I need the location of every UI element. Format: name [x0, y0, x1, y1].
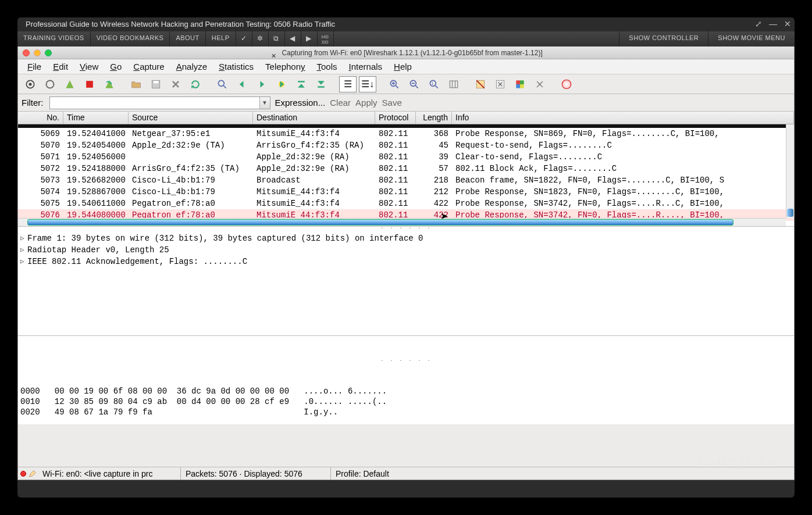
table-row[interactable]: 507419.528867000Cisco-Li_4b:b1:79Mitsumi… [18, 186, 794, 198]
restart-capture-icon[interactable] [101, 76, 118, 92]
apply-button[interactable]: Apply [355, 98, 377, 108]
go-back-icon[interactable] [233, 76, 251, 92]
go-to-packet-icon[interactable] [273, 76, 290, 92]
video-window-title: Professional Guide to Wireless Network H… [17, 17, 795, 31]
menu-statistics[interactable]: Statistics [213, 62, 259, 71]
col-time[interactable]: Time [63, 112, 129, 124]
video-close-icon[interactable]: ✕ [784, 19, 791, 28]
table-row[interactable]: 506919.524041000Netgear_37:95:e1MitsumiE… [18, 128, 794, 140]
menu-tools[interactable]: Tools [311, 62, 343, 71]
status-profile[interactable]: Profile: Default [331, 467, 394, 480]
tab-help[interactable]: HELP [206, 31, 236, 47]
check-icon[interactable]: ✓ [236, 31, 252, 47]
show-movie-menu-button[interactable]: SHOW MOVIE MENU [708, 31, 795, 47]
options-icon[interactable] [41, 76, 59, 92]
hex-row[interactable]: 0020 49 08 67 1a 79 f9 fa I.g.y.. [20, 407, 792, 417]
status-packets: Packets: 5076 · Displayed: 5076 [181, 467, 331, 480]
table-row[interactable]: 507319.526682000Cisco-Li_4b:b1:79Broadca… [18, 174, 794, 186]
find-packet-icon[interactable] [213, 76, 231, 92]
start-capture-icon[interactable] [61, 76, 79, 92]
zoom-reset-icon[interactable]: 1 [425, 76, 443, 92]
go-last-icon[interactable] [312, 76, 330, 92]
detail-radiotap[interactable]: ▷Radiotap Header v0, Length 25 [20, 244, 792, 256]
save-file-icon[interactable] [147, 76, 165, 92]
col-source[interactable]: Source [129, 112, 253, 124]
save-filter-button[interactable]: Save [382, 98, 402, 108]
mac-minimize-icon[interactable] [34, 49, 41, 56]
detail-ieee80211[interactable]: ▷IEEE 802.11 Acknowledgement, Flags: ...… [20, 256, 792, 267]
packet-bytes: · · · · · · 0000 00 00 19 00 6f 08 00 00… [18, 336, 794, 424]
go-first-icon[interactable] [293, 76, 310, 92]
table-row[interactable]: 507519.540611000Pegatron_ef:78:a0Mitsumi… [18, 198, 794, 209]
play-icon[interactable]: ▶ [301, 31, 318, 47]
svg-rect-18 [520, 80, 524, 84]
expert-info-icon[interactable] [29, 470, 37, 478]
col-no[interactable]: No. [18, 112, 63, 124]
preferences-icon[interactable] [531, 76, 549, 92]
auto-scroll-icon[interactable]: ☰↓ [359, 76, 376, 92]
interfaces-icon[interactable] [22, 76, 39, 92]
go-forward-icon[interactable] [253, 76, 270, 92]
svg-rect-3 [86, 81, 93, 88]
svg-rect-20 [520, 84, 524, 88]
filter-dropdown-icon[interactable]: ▼ [259, 97, 270, 109]
clear-button[interactable]: Clear [330, 98, 351, 108]
prev-icon[interactable]: ◀ [285, 31, 301, 47]
col-length[interactable]: Length [416, 112, 452, 124]
colorize-icon[interactable]: ☰ [339, 76, 357, 92]
zoom-out-icon[interactable] [405, 76, 423, 92]
table-row[interactable]: 507119.524056000Apple_2d:32:9e (RA)802.1… [18, 151, 794, 163]
display-filters-icon[interactable] [492, 76, 509, 92]
menu-capture[interactable]: Capture [127, 62, 170, 71]
svg-rect-8 [298, 81, 305, 83]
table-row[interactable]: 507219.524188000ArrisGro_f4:f2:35 (TA)Ap… [18, 163, 794, 174]
col-dest[interactable]: Destination [253, 112, 375, 124]
open-file-icon[interactable] [127, 76, 145, 92]
coloring-rules-icon[interactable] [511, 76, 529, 92]
hex-row[interactable]: 0000 00 00 19 00 6f 08 00 00 36 dc 9a 0d… [20, 386, 792, 396]
col-info[interactable]: Info [452, 112, 794, 124]
stop-capture-icon[interactable] [81, 76, 98, 92]
help-icon[interactable] [558, 76, 575, 92]
svg-point-6 [218, 80, 224, 86]
col-proto[interactable]: Protocol [375, 112, 416, 124]
resize-columns-icon[interactable] [445, 76, 462, 92]
packet-list: No. Time Source Destination Protocol Len… [18, 112, 794, 227]
video-minimize-icon[interactable]: — [769, 19, 777, 28]
mac-close-icon[interactable] [23, 49, 30, 56]
menu-analyze[interactable]: Analyze [170, 62, 213, 71]
tab-about[interactable]: ABOUT [170, 31, 205, 47]
svg-point-1 [29, 83, 32, 85]
capture-filters-icon[interactable] [472, 76, 489, 92]
mac-titlebar: ✕ Capturing from Wi-Fi: en0 [Wireshark 1… [18, 47, 794, 59]
menu-edit[interactable]: Edit [47, 62, 74, 71]
popout-icon[interactable]: ⧉ [269, 31, 285, 47]
show-controller-button[interactable]: SHOW CONTROLLER [619, 31, 708, 47]
video-pin-icon[interactable]: ⤢ [755, 19, 762, 28]
video-title-text: Professional Guide to Wireless Network H… [26, 20, 335, 28]
hex-row[interactable]: 0010 12 30 85 09 80 04 c9 ab 00 d4 00 00… [20, 396, 792, 407]
statusbar: Wi-Fi: en0: <live capture in prc Packets… [18, 467, 794, 480]
reload-icon[interactable] [187, 76, 204, 92]
tab-training-videos[interactable]: TRAINING VIDEOS [17, 31, 91, 47]
settings-gear-icon[interactable]: ✲ [252, 31, 269, 47]
menu-internals[interactable]: Internals [343, 62, 389, 71]
svg-rect-17 [516, 80, 520, 84]
menu-telephony[interactable]: Telephony [259, 62, 311, 71]
detail-frame[interactable]: ▷Frame 1: 39 bytes on wire (312 bits), 3… [20, 233, 792, 244]
mac-zoom-icon[interactable] [45, 49, 52, 56]
menu-go[interactable]: Go [104, 62, 127, 71]
table-row[interactable]: 507019.524054000Apple_2d:32:9e (TA)Arris… [18, 140, 794, 151]
filter-input[interactable]: ▼ [49, 96, 270, 109]
packet-vscrollbar[interactable] [786, 124, 794, 218]
tab-video-bookmarks[interactable]: VIDEO BOOKMARKS [91, 31, 170, 47]
hd-sd-icon[interactable]: HDSD [318, 31, 334, 47]
zoom-in-icon[interactable] [386, 76, 403, 92]
close-file-icon[interactable] [167, 76, 184, 92]
expression-button[interactable]: Expression... [275, 98, 326, 108]
menu-help[interactable]: Help [388, 62, 418, 71]
menu-file[interactable]: File [22, 62, 47, 71]
menu-view[interactable]: View [74, 62, 104, 71]
toolbar: ☰ ☰↓ 1 [18, 74, 794, 94]
filterbar: Filter: ▼ Expression... Clear Apply Save [18, 94, 794, 112]
